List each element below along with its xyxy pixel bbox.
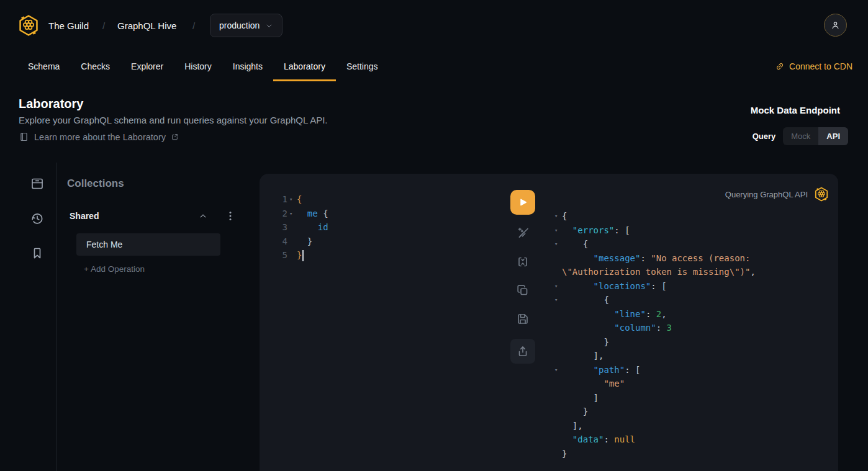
tab-settings[interactable]: Settings <box>336 51 389 81</box>
execute-query-button[interactable] <box>510 190 535 215</box>
tab-history[interactable]: History <box>174 51 222 81</box>
target-selector-dropdown[interactable]: production <box>210 14 283 37</box>
breadcrumb-separator: / <box>192 0 195 51</box>
toggle-option-mock[interactable]: Mock <box>783 127 818 145</box>
project-nav: Schema Checks Explorer History Insights … <box>0 51 868 81</box>
toggle-option-api[interactable]: API <box>818 127 848 145</box>
tab-schema[interactable]: Schema <box>17 51 70 81</box>
learn-more-link[interactable]: Learn more about the Laboratory <box>19 132 179 142</box>
connect-to-cdn-link[interactable]: Connect to CDN <box>775 51 852 81</box>
collection-group-label: Shared <box>70 211 197 221</box>
history-icon[interactable] <box>30 211 45 226</box>
tab-insights[interactable]: Insights <box>222 51 273 81</box>
copy-query-icon[interactable] <box>515 283 530 298</box>
docs-box-icon <box>30 176 45 191</box>
add-operation-button[interactable]: + Add Operation <box>84 264 145 274</box>
operation-name: Fetch Me <box>86 240 122 249</box>
operation-collections-icon[interactable] <box>30 176 45 191</box>
prettify-icon[interactable] <box>515 226 530 241</box>
chevron-down-icon <box>265 22 273 30</box>
collection-group-shared[interactable]: Shared <box>70 209 235 223</box>
learn-more-label: Learn more about the Laboratory <box>34 132 166 142</box>
endpoint-toggle-row: Query Mock API <box>753 127 848 145</box>
user-avatar[interactable] <box>824 14 847 37</box>
hive-logo-icon <box>813 186 830 202</box>
top-header: The Guild / GraphQL Hive / production <box>0 0 868 51</box>
book-icon <box>19 132 29 142</box>
sidebar-divider <box>56 163 57 471</box>
breadcrumb-separator: / <box>102 0 105 51</box>
breadcrumb-org[interactable]: The Guild <box>48 0 89 51</box>
chevron-up-icon[interactable] <box>197 210 209 222</box>
tab-laboratory[interactable]: Laboratory <box>273 51 336 81</box>
query-label: Query <box>753 132 776 141</box>
page-title: Laboratory <box>19 97 83 111</box>
mock-endpoint-title: Mock Data Endpoint <box>751 105 840 115</box>
query-editor[interactable]: 1▾{2▾ me {3 id4 }5 } <box>260 174 505 471</box>
history-clock-icon <box>30 211 45 226</box>
person-icon <box>830 20 841 30</box>
target-selector-value: production <box>219 20 260 30</box>
external-link-icon <box>171 133 179 141</box>
tab-checks[interactable]: Checks <box>70 51 120 81</box>
merge-fragments-icon[interactable] <box>515 254 530 269</box>
connect-to-cdn-label: Connect to CDN <box>789 61 852 71</box>
collections-title: Collections <box>67 177 124 190</box>
bookmark-icon[interactable] <box>30 246 45 261</box>
response-viewer: ▾{▾ "errors": [▾ { "message": "No access… <box>546 209 841 460</box>
graphiql-panel: 1▾{2▾ me {3 id4 }5 } <box>260 174 838 471</box>
endpoint-status: Querying GraphQL API <box>725 186 830 202</box>
breadcrumb-project[interactable]: GraphQL Hive <box>117 0 176 51</box>
kebab-menu-icon[interactable] <box>226 210 235 222</box>
share-icon[interactable] <box>510 339 535 364</box>
tab-explorer[interactable]: Explorer <box>120 51 174 81</box>
operation-item-fetch-me[interactable]: Fetch Me <box>76 233 220 256</box>
page-description: Explore your GraphQL schema and run quer… <box>19 115 328 125</box>
link-icon <box>775 61 785 71</box>
bookmark-glyph-icon <box>30 246 45 261</box>
guild-hive-logo-icon[interactable] <box>17 14 40 37</box>
play-icon <box>517 197 528 208</box>
endpoint-status-label: Querying GraphQL API <box>725 190 808 199</box>
save-icon[interactable] <box>515 312 530 326</box>
endpoint-toggle: Mock API <box>783 127 848 145</box>
